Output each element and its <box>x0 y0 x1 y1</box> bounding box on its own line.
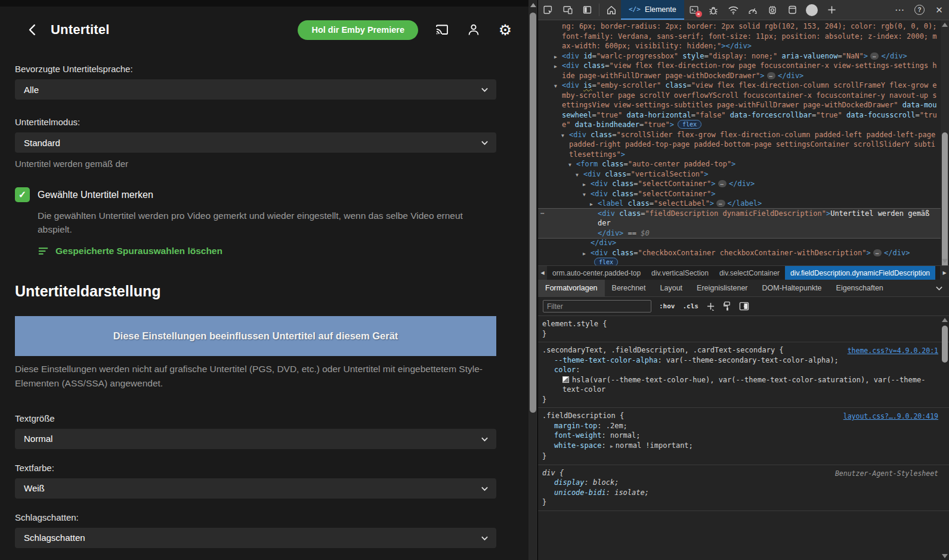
dom-node-selected[interactable]: <div class="fieldDescription dynamicFiel… <box>538 209 949 239</box>
device-emulation-icon[interactable] <box>558 0 577 20</box>
css-property[interactable]: white-space: ▶normal !important; <box>542 441 937 452</box>
premiere-button[interactable]: Hol dir Emby Premiere <box>298 20 418 40</box>
memory-icon[interactable] <box>763 0 783 20</box>
more-options-icon[interactable]: ⋯ <box>890 0 910 20</box>
brush-icon[interactable] <box>723 301 731 311</box>
tab-elements[interactable]: </> Elemente <box>621 0 684 20</box>
dom-node[interactable]: ▼<div class="selectContainer"> <box>538 189 949 199</box>
collapsed-content-icon[interactable]: … <box>873 249 882 256</box>
css-property[interactable]: margin-top: .2em; <box>542 421 937 431</box>
collapsed-content-icon[interactable]: … <box>716 200 725 207</box>
css-property[interactable]: font-weight: normal; <box>542 431 937 441</box>
color-swatch[interactable] <box>562 376 569 383</box>
inspect-icon[interactable] <box>538 0 558 20</box>
scrollbar-down-arrow[interactable] <box>942 259 948 263</box>
dock-icon[interactable] <box>577 0 597 20</box>
scrollbar-up-arrow[interactable] <box>942 318 948 322</box>
panel-tab-formatvorlagen[interactable]: Formatvorlagen <box>538 280 605 296</box>
panel-tab-layout[interactable]: Layout <box>653 280 690 296</box>
avatar-icon[interactable] <box>802 0 822 20</box>
dom-node[interactable]: ng: 6px; border-radius: 2px; border: 2px… <box>538 21 949 51</box>
stylesheet-link[interactable]: theme.css?v=4.9.0.20:1 <box>848 346 938 356</box>
dom-node[interactable]: ▶<div class="selectContainer">…</div> <box>538 179 949 189</box>
panel-tab-eigenschaften[interactable]: Eigenschaften <box>829 280 891 296</box>
dom-node[interactable]: ▼<div class="verticalSection"> <box>538 169 949 180</box>
collapsed-content-icon[interactable]: … <box>767 72 775 79</box>
breadcrumb-item[interactable]: div.verticalSection <box>646 266 714 280</box>
flex-badge[interactable]: flex <box>594 258 618 265</box>
css-property[interactable]: unicode-bidi: isolate; <box>542 488 937 498</box>
cast-icon[interactable] <box>434 22 450 38</box>
css-rule[interactable]: .secondaryText, .fieldDescription, .card… <box>538 342 949 408</box>
user-icon[interactable] <box>466 22 481 38</box>
dom-tree-scrollbar[interactable] <box>941 20 949 265</box>
add-tab-icon[interactable] <box>822 0 842 20</box>
expand-arrow-open-icon[interactable]: ▼ <box>554 82 557 92</box>
css-property[interactable]: color: <box>542 365 937 375</box>
breadcrumb-item[interactable]: orm.auto-center.padded-top <box>547 266 646 280</box>
dom-node[interactable]: ▼<form class="auto-center padded-top"> <box>538 159 949 169</box>
console-icon[interactable]: × <box>684 0 704 20</box>
breadcrumb-item[interactable]: div.fieldDescription.dynamicFieldDescrip… <box>785 266 935 280</box>
css-rule[interactable]: .fieldDescription {layout.css?….9.0.20:4… <box>538 408 949 465</box>
text-color-select[interactable]: Weiß <box>15 478 496 499</box>
scrollbar-up-arrow[interactable] <box>530 3 536 7</box>
styles-filter-row: :hov .cls <box>538 297 949 316</box>
performance-icon[interactable] <box>743 0 763 20</box>
scrollbar-thumb[interactable] <box>942 326 948 363</box>
page-scrollbar[interactable] <box>528 0 537 560</box>
dom-node[interactable]: ▼<div is="emby-scroller" class="view fle… <box>538 81 949 130</box>
stylesheet-link[interactable]: layout.css?….9.0.20:419 <box>843 412 938 422</box>
collapsed-content-icon[interactable]: … <box>870 52 879 60</box>
panel-tab-ereignislistener[interactable]: Ereignislistener <box>690 280 755 296</box>
drop-shadow-select[interactable]: Schlagschatten <box>15 528 496 548</box>
expand-arrow-closed-icon[interactable]: ▶ <box>610 444 613 449</box>
help-icon[interactable]: ? <box>910 0 929 20</box>
dom-node[interactable]: ▼<div class="scrollSlider flex-grow flex… <box>538 130 949 160</box>
css-property[interactable]: display: block; <box>542 478 937 488</box>
breadcrumb-item[interactable]: div.selectContainer <box>714 266 785 280</box>
css-rule[interactable]: div {Benutzer-Agent-Stylesheetdisplay: b… <box>538 465 949 511</box>
remember-subtitles-checkbox[interactable]: ✓ <box>15 187 30 202</box>
new-style-rule-icon[interactable] <box>706 302 715 311</box>
back-button[interactable] <box>25 22 41 38</box>
scrollbar-down-arrow[interactable] <box>942 554 948 558</box>
clear-saved-selections-link[interactable]: Gespeicherte Spurauswahlen löschen <box>38 246 496 256</box>
css-property[interactable]: hsla(var(--theme-text-color-hue), var(--… <box>542 375 937 395</box>
pseudo-state-toggle[interactable]: :hov <box>659 302 675 310</box>
flex-badge[interactable]: flex <box>678 120 701 129</box>
panel-tab-berechnet[interactable]: Berechnet <box>605 280 653 296</box>
dom-node[interactable]: ▶<div class="checkboxContainer checkboxC… <box>538 248 949 266</box>
dom-node[interactable]: ▶<label class="selectLabel">…</label> <box>538 199 949 209</box>
network-icon[interactable] <box>724 0 743 20</box>
home-icon[interactable] <box>601 0 621 20</box>
styles-filter-input[interactable] <box>543 300 651 313</box>
code-icon: </> <box>629 5 641 13</box>
text-size-select[interactable]: Normal <box>15 429 496 449</box>
scrollbar-thumb[interactable] <box>942 132 948 265</box>
expand-arrow-closed-icon[interactable]: ▶ <box>583 249 586 259</box>
subtitle-language-select[interactable]: Alle <box>15 79 496 100</box>
dom-node[interactable]: </div> <box>538 238 949 248</box>
dom-node[interactable]: ▶<div id="warlc-progressbox" style="disp… <box>538 51 949 61</box>
expand-arrow-closed-icon[interactable]: ▶ <box>554 62 557 72</box>
styles-scrollbar[interactable] <box>941 316 949 560</box>
expand-arrow-open-icon[interactable]: ▼ <box>561 131 564 141</box>
panel-tab-dom-haltepunkte[interactable]: DOM-Haltepunkte <box>755 280 829 296</box>
css-rule[interactable]: element.style {} <box>538 316 949 342</box>
css-property[interactable]: --theme-text-color-alpha: var(--theme-se… <box>542 355 937 366</box>
collapsed-content-icon[interactable]: … <box>718 180 727 187</box>
scrollbar-thumb[interactable] <box>530 13 536 413</box>
toggle-sidebar-icon[interactable] <box>739 302 749 311</box>
debug-icon[interactable] <box>704 0 724 20</box>
storage-icon[interactable] <box>783 0 802 20</box>
breadcrumb-right-arrow[interactable]: ▶ <box>940 266 949 280</box>
breadcrumb-left-arrow[interactable]: ◀ <box>538 266 547 280</box>
close-icon[interactable]: ✕ <box>929 0 949 20</box>
dom-node[interactable]: ▶<div class="view flex flex-direction-ro… <box>538 61 949 81</box>
panel-chevron-down-icon[interactable] <box>935 280 949 296</box>
subtitle-mode-select[interactable]: Standard <box>15 132 496 153</box>
class-toggle[interactable]: .cls <box>683 302 699 310</box>
gear-icon[interactable]: ⚙ <box>497 22 513 38</box>
scrollbar-up-arrow[interactable] <box>942 23 948 27</box>
